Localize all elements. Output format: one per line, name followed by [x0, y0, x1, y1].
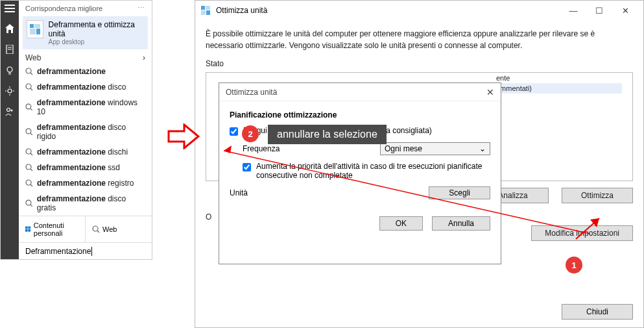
window-footer: Chiudi — [562, 304, 633, 320]
svg-rect-36 — [25, 227, 28, 229]
svg-line-23 — [30, 88, 32, 90]
svg-point-22 — [26, 84, 31, 89]
drives-column-fragment: ente ammentati) — [492, 73, 622, 94]
svg-rect-2 — [5, 11, 15, 12]
list-item[interactable]: deframmentazione — [23, 64, 148, 79]
svg-rect-19 — [36, 29, 40, 34]
bulb-icon[interactable] — [5, 66, 14, 75]
search-sidebar — [1, 1, 19, 259]
best-match-label: Corrispondenza migliore — [25, 5, 102, 12]
dialog-button-row: OK Annulla — [230, 216, 490, 231]
priority-label: Aumenta la priorità dell'attività in cas… — [256, 162, 490, 180]
list-item[interactable]: deframmentazione windows 10 — [23, 95, 148, 120]
svg-line-27 — [30, 133, 32, 135]
dialog-close-button[interactable]: ✕ — [486, 87, 494, 97]
list-item[interactable]: deframmentazione registro — [23, 175, 148, 191]
run-on-schedule-checkbox[interactable] — [230, 127, 238, 136]
tab-web[interactable]: Web — [86, 216, 152, 242]
cancel-button[interactable]: Annulla — [432, 216, 490, 231]
tab-personal[interactable]: Contenuti personali — [19, 216, 86, 242]
search-icon — [25, 68, 33, 75]
svg-rect-44 — [201, 10, 206, 15]
choose-drives-button[interactable]: Scegli — [429, 186, 490, 199]
list-item[interactable]: deframmentazione ssd — [23, 160, 148, 175]
svg-point-9 — [8, 89, 12, 93]
search-input-row[interactable]: Deframmentazione — [19, 242, 152, 260]
svg-rect-1 — [5, 8, 15, 9]
start-search-panel: Corrispondenza migliore ⋯ Deframmenta e … — [0, 0, 152, 260]
defrag-app-icon — [27, 20, 43, 38]
optimize-drives-window: Ottimizza unità — ☐ ✕ È possibile ottimi… — [195, 0, 644, 328]
search-input-value: Deframmentazione — [25, 247, 92, 256]
document-icon[interactable] — [5, 45, 14, 54]
svg-point-24 — [26, 104, 31, 109]
frequency-label: Frequenza — [243, 144, 280, 153]
drives-label: Unità — [230, 188, 248, 197]
home-icon[interactable] — [5, 24, 14, 33]
web-label: Web — [25, 53, 41, 62]
people-icon[interactable] — [5, 107, 14, 116]
search-icon — [25, 128, 33, 136]
tab-personal-label: Contenuti personali — [34, 221, 78, 237]
minimize-button[interactable]: — — [560, 6, 586, 16]
close-button[interactable]: ✕ — [612, 6, 638, 16]
annotation-tooltip: annullare la selezione — [268, 125, 387, 144]
gear-icon[interactable] — [5, 86, 14, 95]
svg-point-40 — [93, 226, 98, 231]
annotation-arrow-icon — [167, 123, 200, 149]
app-icon — [200, 5, 211, 16]
group-heading: Pianificazione ottimizzazione — [230, 110, 490, 120]
more-icon[interactable]: ⋯ — [137, 4, 145, 12]
search-icon — [25, 83, 33, 91]
frequency-select[interactable]: Ogni mese ⌄ — [380, 142, 490, 155]
svg-rect-18 — [30, 29, 36, 34]
dialog-titlebar: Ottimizza unità ✕ — [219, 83, 501, 101]
frequency-row: Frequenza Ogni mese ⌄ — [230, 142, 490, 155]
svg-point-26 — [26, 129, 31, 134]
search-footer-tabs: Contenuti personali Web — [19, 216, 152, 242]
svg-rect-16 — [30, 24, 34, 28]
maximize-button[interactable]: ☐ — [586, 6, 612, 16]
search-icon — [25, 164, 33, 171]
search-icon — [25, 103, 33, 111]
svg-rect-39 — [28, 229, 30, 232]
best-match-item[interactable]: Deframmenta e ottimizza unità App deskto… — [23, 16, 148, 49]
best-match-subtitle: App desktop — [49, 38, 144, 45]
svg-line-31 — [30, 169, 32, 171]
status-label: Stato — [206, 59, 633, 68]
search-main: Corrispondenza migliore ⋯ Deframmenta e … — [19, 1, 152, 259]
web-suggestions: deframmentazione deframmentazione disco … — [19, 64, 152, 216]
priority-checkbox[interactable] — [243, 163, 251, 171]
optimize-button[interactable]: Ottimizza — [562, 188, 633, 203]
best-match-text: Deframmenta e ottimizza unità App deskto… — [49, 20, 144, 45]
description-text: È possibile ottimizzare le unità del com… — [206, 28, 633, 51]
search-icon — [92, 225, 100, 233]
close-window-button[interactable]: Chiudi — [562, 304, 633, 320]
search-icon — [25, 199, 33, 207]
windows-icon — [25, 225, 31, 233]
window-title: Ottimizza unità — [216, 6, 267, 15]
list-item[interactable]: deframmentazione dischi — [23, 144, 148, 160]
dialog-title: Ottimizza unità — [226, 88, 277, 97]
col-value-fragment[interactable]: ammentati) — [492, 83, 622, 94]
svg-rect-42 — [201, 6, 205, 10]
menu-icon[interactable] — [5, 5, 15, 12]
web-section-header[interactable]: Web › — [19, 49, 152, 64]
svg-point-32 — [26, 180, 31, 185]
schedule-dialog: Ottimizza unità ✕ Pianificazione ottimiz… — [219, 82, 501, 264]
svg-line-41 — [97, 231, 99, 233]
modify-settings-button[interactable]: Modifica impostazioni — [531, 225, 633, 241]
dialog-body: Pianificazione ottimizzazione Esegui in … — [219, 101, 501, 240]
best-match-title: Deframmenta e ottimizza unità — [49, 20, 144, 38]
list-item[interactable]: deframmentazione disco — [23, 79, 148, 95]
svg-point-15 — [11, 110, 13, 112]
svg-rect-45 — [206, 10, 210, 15]
svg-point-34 — [26, 200, 31, 205]
list-item[interactable]: deframmentazione disco rigido — [23, 120, 148, 144]
svg-rect-38 — [25, 229, 28, 232]
svg-rect-37 — [28, 227, 30, 229]
svg-line-33 — [30, 184, 32, 186]
list-item[interactable]: deframmentazione disco gratis — [23, 191, 148, 216]
ok-button[interactable]: OK — [379, 216, 423, 231]
annotation-badge-1: 1 — [566, 257, 582, 273]
